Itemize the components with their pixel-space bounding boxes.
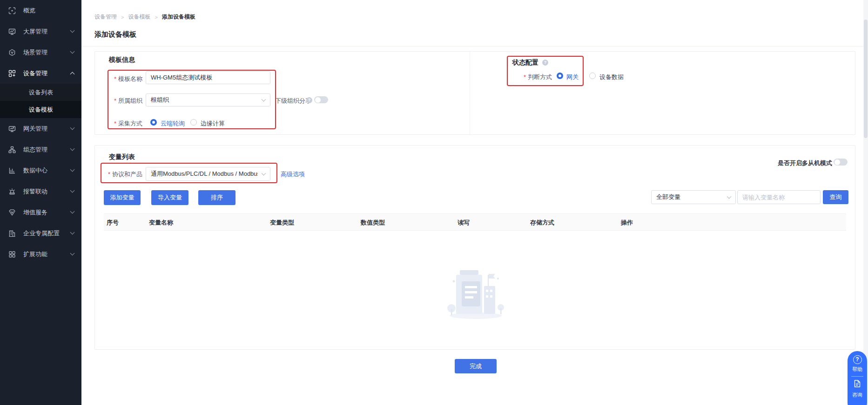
- bigscreen-icon: [8, 28, 16, 35]
- sidebar-item-enterprise[interactable]: 企业专属配置: [0, 223, 81, 244]
- chevron-down-icon: [727, 194, 732, 199]
- radio-edge-computing[interactable]: [190, 119, 197, 126]
- radio-cloud-polling[interactable]: [150, 119, 157, 126]
- scrollbar-thumb[interactable]: [864, 20, 868, 138]
- sidebar-item-overview[interactable]: 概览: [0, 0, 81, 21]
- sidebar-item-device[interactable]: 设备管理: [0, 63, 81, 84]
- collect-method-label: *采集方式: [103, 120, 142, 128]
- overview-icon: [8, 7, 16, 14]
- import-variable-button[interactable]: 导入变量: [151, 190, 188, 205]
- sidebar-item-datacenter[interactable]: 数据中心: [0, 160, 81, 181]
- sidebar-item-device-list[interactable]: 设备列表: [0, 84, 81, 101]
- chevron-down-icon: [70, 146, 75, 151]
- chevron-down-icon: [70, 209, 75, 214]
- main-content: 设备管理 > 设备模板 > 添加设备模板 添加设备模板 模板信息 *模板名称 *…: [81, 0, 868, 405]
- breadcrumb: 设备管理 > 设备模板 > 添加设备模板: [94, 13, 195, 21]
- scene-icon: [8, 49, 16, 56]
- empty-state-illustration: [438, 261, 513, 323]
- sidebar-item-device-template[interactable]: 设备模板: [0, 101, 81, 118]
- breadcrumb-device-template[interactable]: 设备模板: [128, 13, 150, 21]
- sidebar-item-label: 场景管理: [23, 48, 47, 57]
- variable-search-input[interactable]: [738, 191, 820, 204]
- sidebar-item-extension[interactable]: 扩展功能: [0, 244, 81, 265]
- sidebar-item-label: 组态管理: [23, 146, 47, 154]
- multi-slave-toggle[interactable]: [834, 159, 848, 166]
- sidebar-item-label: 网关管理: [23, 125, 47, 133]
- chevron-down-icon: [70, 251, 75, 256]
- widget-divider: [851, 376, 863, 377]
- protocol-label: *协议和产品: [103, 170, 142, 179]
- chevron-down-icon: [70, 126, 75, 130]
- title-divider: [81, 46, 868, 46]
- device-icon: [8, 70, 16, 77]
- protocol-select-value: 通用Modbus/PLC/DL / Modbus / Modbus R1: [151, 170, 258, 178]
- sidebar-item-scene[interactable]: 场景管理: [0, 42, 81, 63]
- floating-help-widget: ? 帮助 咨询: [848, 351, 867, 405]
- template-name-field[interactable]: [146, 71, 270, 84]
- chevron-down-icon: [70, 28, 75, 33]
- sidebar-item-label: 数据中心: [23, 166, 47, 175]
- sidebar-item-label: 概览: [23, 7, 35, 15]
- sidebar-item-value-service[interactable]: 增值服务: [0, 202, 81, 223]
- radio-device-data[interactable]: [589, 73, 596, 79]
- sort-button[interactable]: 排序: [198, 190, 236, 205]
- radio-edge-computing-label[interactable]: 边缘计算: [201, 120, 225, 128]
- required-mark: *: [108, 171, 110, 178]
- alarm-icon: [8, 188, 16, 195]
- help-question-icon[interactable]: ?: [853, 355, 862, 364]
- multi-slave-label: 是否开启多从机模式: [756, 159, 832, 167]
- scrollbar-track[interactable]: [863, 0, 868, 405]
- extension-icon: [8, 251, 16, 258]
- protocol-select[interactable]: 通用Modbus/PLC/DL / Modbus / Modbus R1: [146, 167, 270, 181]
- datacenter-icon: [8, 167, 16, 174]
- radio-cloud-polling-label[interactable]: 云端轮询: [161, 120, 185, 128]
- add-variable-button[interactable]: 添加变量: [104, 190, 141, 205]
- sidebar-subitem-label: 设备模板: [29, 106, 53, 113]
- sidebar-item-alarm[interactable]: 报警联动: [0, 181, 81, 202]
- column-header-storage: 存储方式: [530, 214, 554, 231]
- chevron-down-icon: [262, 97, 266, 102]
- search-button[interactable]: 查询: [823, 190, 848, 204]
- sidebar-item-label: 企业专属配置: [23, 229, 60, 238]
- variable-search-field[interactable]: [737, 190, 821, 204]
- sidebar-item-bigscreen[interactable]: 大屏管理: [0, 21, 81, 42]
- column-header-value-type: 数值类型: [361, 214, 385, 231]
- help-button[interactable]: 帮助: [852, 366, 862, 373]
- page-title: 添加设备模板: [94, 30, 136, 39]
- organization-select[interactable]: 根组织: [146, 93, 270, 106]
- help-icon[interactable]: ?: [542, 60, 548, 66]
- panel-divider: [470, 52, 470, 134]
- sidebar-item-gateway[interactable]: 网关管理: [0, 118, 81, 139]
- breadcrumb-device-management[interactable]: 设备管理: [94, 13, 117, 21]
- consult-button[interactable]: 咨询: [852, 392, 862, 398]
- breadcrumb-current: 添加设备模板: [162, 13, 195, 21]
- gateway-icon: [8, 125, 16, 133]
- sidebar-item-label: 大屏管理: [23, 27, 47, 36]
- chevron-down-icon: [70, 49, 75, 54]
- info-icon[interactable]: ?: [306, 97, 312, 103]
- share-suborg-toggle[interactable]: [314, 96, 328, 103]
- column-header-name: 变量名称: [149, 214, 173, 231]
- sidebar-item-topology[interactable]: 组态管理: [0, 139, 81, 160]
- organization-select-value: 根组织: [151, 96, 169, 104]
- radio-gateway[interactable]: [557, 73, 563, 79]
- value-service-icon: [8, 209, 16, 216]
- variable-type-filter-select[interactable]: 全部变量: [651, 190, 736, 204]
- judge-method-label: *判断方式: [514, 73, 552, 81]
- variable-type-filter-value: 全部变量: [656, 193, 680, 201]
- sidebar-item-label: 增值服务: [23, 208, 47, 217]
- template-name-input[interactable]: [146, 72, 270, 84]
- advanced-options-link[interactable]: 高级选项: [281, 170, 305, 179]
- sidebar-item-label: 扩展功能: [23, 250, 47, 259]
- radio-gateway-label[interactable]: 网关: [566, 73, 579, 81]
- finish-button[interactable]: 完成: [455, 359, 497, 373]
- template-info-panel: 模板信息 *模板名称 *所属组织 根组织 下级组织分享 ? *采集方式: [94, 51, 855, 135]
- consult-document-icon[interactable]: [853, 379, 861, 390]
- sidebar-item-label: 报警联动: [23, 187, 47, 196]
- chevron-down-icon: [70, 230, 75, 235]
- topology-icon: [8, 146, 16, 153]
- organization-label: *所属组织: [103, 97, 142, 105]
- sidebar: 概览 大屏管理 场景管理 设备管理 设备列表: [0, 0, 81, 405]
- required-mark: *: [524, 73, 526, 80]
- radio-device-data-label[interactable]: 设备数据: [599, 73, 624, 81]
